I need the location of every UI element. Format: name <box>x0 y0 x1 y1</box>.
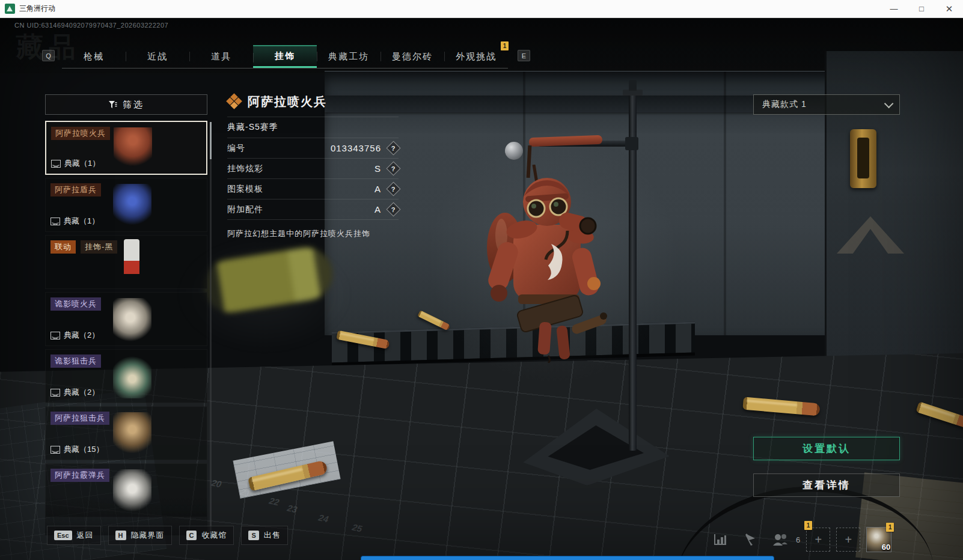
item-thumbnail <box>113 298 151 341</box>
accessory-grade: A <box>374 204 381 215</box>
tab-melee[interactable]: 近战 <box>126 45 189 68</box>
window-controls: — □ ✕ <box>880 0 963 17</box>
item-name-tag: 阿萨拉狙击兵 <box>50 412 109 425</box>
pendant-rarity-icon <box>227 94 242 109</box>
style-dropdown-value: 典藏款式 1 <box>762 99 807 110</box>
tab-items[interactable]: 道具 <box>189 45 253 68</box>
detail-row-serial: 编号 013343756 ? <box>227 138 399 159</box>
item-thumbnail <box>124 239 139 279</box>
hotkey-sell[interactable]: S 出售 <box>241 526 287 545</box>
uid-text: CN UID:6314694092079970437_202603222207 <box>14 22 168 29</box>
detail-row-pattern: 图案模板 A ? <box>227 179 399 199</box>
item-count: 典藏（2） <box>64 387 99 398</box>
window-title: 三角洲行动 <box>19 4 55 14</box>
tab-collection-workshop[interactable]: 典藏工坊 <box>317 45 381 68</box>
filter-label: 筛选 <box>123 99 144 111</box>
social-count: 6 <box>796 535 800 544</box>
collection-icon <box>51 160 61 168</box>
collection-icon <box>50 446 60 454</box>
os-titlebar: 三角洲行动 — □ ✕ <box>0 0 963 18</box>
help-icon[interactable]: ? <box>386 181 400 196</box>
add-slot-button[interactable]: + <box>836 528 860 552</box>
collection-icon <box>50 218 60 225</box>
list-item-asara-shotgunner[interactable]: 阿萨拉霰弹兵 <box>45 463 207 517</box>
app-logo-icon <box>5 4 15 14</box>
close-button[interactable]: ✕ <box>935 0 963 17</box>
tab-appearance-challenge[interactable]: 外观挑战 <box>444 45 508 68</box>
hotkey-bar: Esc 返回 H 隐藏界面 C 收藏馆 S 出售 <box>47 526 288 545</box>
hotkey-back[interactable]: Esc 返回 <box>47 526 101 545</box>
tab-pendants[interactable]: 挂饰 <box>253 45 317 68</box>
item-name-tag: 诡影喷火兵 <box>50 297 101 311</box>
pendant-description: 阿萨拉幻想主题中的阿萨拉喷火兵挂饰 <box>227 228 399 239</box>
collection-icon <box>50 389 60 397</box>
item-name-tag: 挂饰-黑 <box>81 240 117 254</box>
player-avatar[interactable]: 60 1 <box>866 527 891 552</box>
detail-row-accessory: 附加配件 A ? <box>227 199 399 220</box>
list-item-asara-sniper[interactable]: 阿萨拉狙击兵 典藏（15） <box>45 406 207 460</box>
hotkey-collection-hall[interactable]: C 收藏馆 <box>179 526 234 545</box>
list-scrollbar[interactable] <box>210 122 212 534</box>
pattern-grade: A <box>374 184 381 194</box>
chevron-down-icon <box>884 99 894 108</box>
view-details-button[interactable]: 查看详情 <box>753 473 900 497</box>
list-item-linkage-black[interactable]: 联动 挂饰-黑 <box>45 235 207 289</box>
list-item-ghost-flamethrower[interactable]: 诡影喷火兵 典藏（2） <box>45 292 207 346</box>
item-thumbnail <box>113 469 151 513</box>
item-name-tag: 阿萨拉盾兵 <box>50 183 101 196</box>
taskbar-peek <box>361 556 774 560</box>
stats-icon[interactable] <box>708 528 732 552</box>
tab-weapons[interactable]: 枪械 <box>62 45 126 68</box>
list-item-asara-flamethrower[interactable]: 阿萨拉喷火兵 典藏（1） <box>45 121 207 175</box>
season-label: 典藏-S5赛季 <box>227 122 278 133</box>
minimize-button[interactable]: — <box>880 0 908 17</box>
tab-mandel-brick[interactable]: 曼德尔砖 <box>381 45 444 68</box>
player-level: 60 <box>882 543 890 552</box>
colorway-grade: S <box>374 163 381 174</box>
item-thumbnail <box>113 355 151 398</box>
tab-bar: 枪械 近战 道具 挂饰 典藏工坊 曼德尔砖 外观挑战 <box>62 45 508 68</box>
add-slot-button[interactable]: + <box>806 528 830 552</box>
avatar-badge: 1 <box>886 523 894 532</box>
filter-funnel-icon <box>108 100 117 109</box>
item-count: 典藏（2） <box>64 330 99 341</box>
detail-panel: 阿萨拉喷火兵 典藏-S5赛季 编号 013343756 ? 挂饰炫彩 S ? 图… <box>227 91 399 239</box>
pendant-list: 阿萨拉喷火兵 典藏（1） 阿萨拉盾兵 典藏（1） 联动 挂饰-黑 诡影喷火兵 <box>45 121 207 535</box>
item-name-tag: 阿萨拉喷火兵 <box>51 127 110 140</box>
social-badge: 1 <box>804 521 812 530</box>
item-linkage-badge: 联动 <box>50 240 76 254</box>
pendant-title: 阿萨拉喷火兵 <box>248 94 327 110</box>
item-name-tag: 阿萨拉霰弹兵 <box>50 469 109 482</box>
item-count: 典藏（1） <box>64 158 100 169</box>
item-count: 典藏（15） <box>64 444 103 455</box>
tab-notification-badge: 1 <box>501 41 509 50</box>
status-bar: 6 1 + + 60 1 <box>708 526 891 553</box>
next-tab-keycap[interactable]: E <box>518 50 530 61</box>
item-thumbnail <box>113 412 151 455</box>
set-default-button[interactable]: 设置默认 <box>753 437 900 460</box>
filter-button[interactable]: 筛选 <box>45 94 207 115</box>
social-icon[interactable] <box>768 528 792 552</box>
prev-tab-keycap[interactable]: Q <box>42 50 55 61</box>
help-icon[interactable]: ? <box>386 202 400 216</box>
season-row: 典藏-S5赛季 <box>227 117 399 138</box>
help-icon[interactable]: ? <box>386 161 400 175</box>
help-icon[interactable]: ? <box>386 141 400 155</box>
item-thumbnail <box>113 184 151 227</box>
item-thumbnail <box>114 127 152 171</box>
serial-number: 013343756 <box>331 143 381 153</box>
report-flag-icon[interactable] <box>738 528 762 552</box>
style-dropdown[interactable]: 典藏款式 1 <box>753 94 900 115</box>
collection-icon <box>50 332 60 339</box>
hotkey-hide-ui[interactable]: H 隐藏界面 <box>108 526 172 545</box>
item-name-tag: 诡影狙击兵 <box>50 355 101 368</box>
maximize-button[interactable]: □ <box>908 0 935 17</box>
game-viewport: 20 21 22 23 24 25 <box>0 18 963 560</box>
scrollbar-thumb[interactable] <box>210 122 212 159</box>
detail-row-colorway: 挂饰炫彩 S ? <box>227 159 399 179</box>
list-item-asara-shield[interactable]: 阿萨拉盾兵 典藏（1） <box>45 178 207 232</box>
hud: CN UID:6314694092079970437_202603222207 … <box>0 18 963 560</box>
item-count: 典藏（1） <box>64 216 99 227</box>
detail-header: 阿萨拉喷火兵 <box>227 91 399 112</box>
list-item-ghost-sniper[interactable]: 诡影狙击兵 典藏（2） <box>45 349 207 403</box>
